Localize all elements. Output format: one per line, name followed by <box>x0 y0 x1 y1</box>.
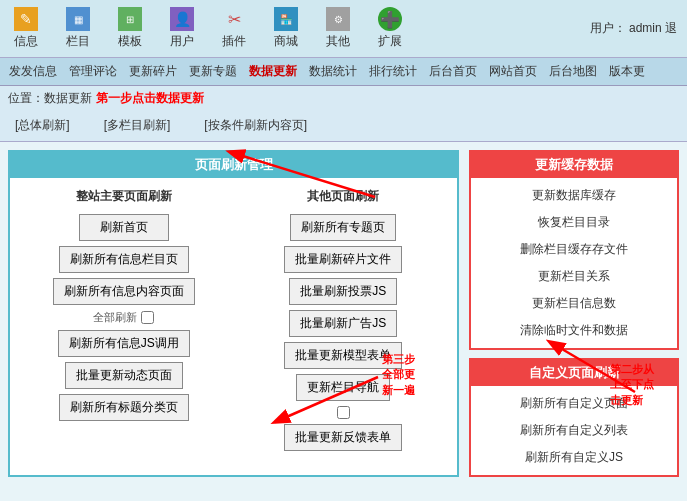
inline-check-nav <box>236 406 452 419</box>
nav-item-2[interactable]: 更新碎片 <box>124 61 182 82</box>
cache-item-0[interactable]: 更新数据库缓存 <box>471 182 677 209</box>
navbar: 发发信息 管理评论 更新碎片 更新专题 数据更新 数据统计 排行统计 后台首页 … <box>0 58 687 86</box>
btn-row-refresh-topics: 刷新所有专题页 <box>236 214 452 241</box>
toolbar-label-plugin: 插件 <box>222 33 246 50</box>
breadcrumb-prefix: 位置：数据更新 <box>8 90 92 107</box>
subnav: [总体刷新] [多栏目刷新] [按条件刷新内容页] <box>0 111 687 142</box>
btn-refresh-home[interactable]: 刷新首页 <box>79 214 169 241</box>
cache-panel-title: 更新缓存数据 <box>471 152 677 178</box>
custom-item-2[interactable]: 刷新所有自定义JS <box>471 444 677 471</box>
btn-row-refresh-info-content: 刷新所有信息内容页面 <box>16 278 232 305</box>
col-left: 整站主要页面刷新 刷新首页 刷新所有信息栏目页 刷新所有信息内容页面 全部刷新 <box>16 184 232 456</box>
cache-item-5[interactable]: 清除临时文件和数据 <box>471 317 677 344</box>
toolbar-label-info: 信息 <box>14 33 38 50</box>
nav-item-3[interactable]: 更新专题 <box>184 61 242 82</box>
btn-refresh-info-content[interactable]: 刷新所有信息内容页面 <box>53 278 195 305</box>
plugin-icon: ✂ <box>220 7 248 31</box>
nav-item-8[interactable]: 网站首页 <box>484 61 542 82</box>
btn-refresh-category[interactable]: 刷新所有标题分类页 <box>59 394 189 421</box>
toolbar-item-extend[interactable]: ➕ 扩展 <box>364 4 416 53</box>
custom-item-1[interactable]: 刷新所有自定义列表 <box>471 417 677 444</box>
cache-panel: 更新缓存数据 更新数据库缓存 恢复栏目目录 删除栏目缓存存文件 更新栏目关系 更… <box>469 150 679 350</box>
btn-row-refresh-ad-js: 批量刷新广告JS <box>236 310 452 337</box>
btn-row-update-nav: 更新栏目导航 <box>236 374 452 401</box>
custom-panel-body: 刷新所有自定义页面 刷新所有自定义列表 刷新所有自定义JS <box>471 386 677 475</box>
subnav-item-0[interactable]: [总体刷新] <box>8 114 77 137</box>
nav-checkbox[interactable] <box>337 406 350 419</box>
other-icon: ⚙ <box>324 7 352 31</box>
toolbar-label-extend: 扩展 <box>378 33 402 50</box>
subnav-item-2[interactable]: [按条件刷新内容页] <box>197 114 314 137</box>
custom-item-0[interactable]: 刷新所有自定义页面 <box>471 390 677 417</box>
user-info: 用户： admin 退 <box>590 4 687 53</box>
cache-panel-body: 更新数据库缓存 恢复栏目目录 删除栏目缓存存文件 更新栏目关系 更新栏目信息数 … <box>471 178 677 348</box>
col-right: 其他页面刷新 刷新所有专题页 批量刷新碎片文件 批量刷新投票JS 批量刷新广告J… <box>236 184 452 456</box>
custom-panel: 自定义页面刷新 刷新所有自定义页面 刷新所有自定义列表 刷新所有自定义JS <box>469 358 679 477</box>
btn-row-refresh-dynamic: 批量更新动态页面 <box>16 362 232 389</box>
btn-row-refresh-category: 刷新所有标题分类页 <box>16 394 232 421</box>
nav-item-7[interactable]: 后台首页 <box>424 61 482 82</box>
left-panel-title: 页面刷新管理 <box>10 152 457 178</box>
toolbar: ✎ 信息 ▦ 栏目 ⊞ 模板 👤 用户 ✂ 插件 🏪 商城 ⚙ 其 <box>0 0 687 58</box>
toolbar-item-column[interactable]: ▦ 栏目 <box>52 4 104 53</box>
btn-row-refresh-js: 刷新所有信息JS调用 <box>16 330 232 357</box>
all-refresh-label: 全部刷新 <box>93 310 137 325</box>
toolbar-item-shop[interactable]: 🏪 商城 <box>260 4 312 53</box>
all-refresh-checkbox[interactable] <box>141 311 154 324</box>
btn-row-refresh-info-col: 刷新所有信息栏目页 <box>16 246 232 273</box>
btn-refresh-ad-js[interactable]: 批量刷新广告JS <box>289 310 397 337</box>
info-icon: ✎ <box>12 7 40 31</box>
nav-item-4[interactable]: 数据更新 <box>244 61 302 82</box>
left-panel: 页面刷新管理 整站主要页面刷新 刷新首页 刷新所有信息栏目页 刷新所有信息内容页… <box>8 150 459 477</box>
btn-refresh-feedback[interactable]: 批量更新反馈表单 <box>284 424 402 451</box>
nav-item-6[interactable]: 排行统计 <box>364 61 422 82</box>
btn-refresh-vote-js[interactable]: 批量刷新投票JS <box>289 278 397 305</box>
subnav-item-1[interactable]: [多栏目刷新] <box>97 114 178 137</box>
breadcrumb-step1: 第一步点击数据更新 <box>96 90 204 107</box>
toolbar-label-shop: 商城 <box>274 33 298 50</box>
btn-refresh-info-col[interactable]: 刷新所有信息栏目页 <box>59 246 189 273</box>
column-icon: ▦ <box>64 7 92 31</box>
toolbar-label-column: 栏目 <box>66 33 90 50</box>
col-left-header: 整站主要页面刷新 <box>16 184 232 209</box>
inline-check-all: 全部刷新 <box>16 310 232 325</box>
user-icon: 👤 <box>168 7 196 31</box>
toolbar-item-plugin[interactable]: ✂ 插件 <box>208 4 260 53</box>
toolbar-item-user[interactable]: 👤 用户 <box>156 4 208 53</box>
col-right-header: 其他页面刷新 <box>236 184 452 209</box>
breadcrumb: 位置：数据更新 第一步点击数据更新 <box>0 86 687 111</box>
btn-refresh-model-form[interactable]: 批量更新模型表单 <box>284 342 402 369</box>
cache-item-1[interactable]: 恢复栏目目录 <box>471 209 677 236</box>
toolbar-item-info[interactable]: ✎ 信息 <box>0 4 52 53</box>
btn-refresh-js[interactable]: 刷新所有信息JS调用 <box>58 330 190 357</box>
nav-item-5[interactable]: 数据统计 <box>304 61 362 82</box>
shop-icon: 🏪 <box>272 7 300 31</box>
nav-item-9[interactable]: 后台地图 <box>544 61 602 82</box>
nav-item-1[interactable]: 管理评论 <box>64 61 122 82</box>
main-content: 页面刷新管理 整站主要页面刷新 刷新首页 刷新所有信息栏目页 刷新所有信息内容页… <box>0 142 687 485</box>
right-panels: 更新缓存数据 更新数据库缓存 恢复栏目目录 删除栏目缓存存文件 更新栏目关系 更… <box>469 150 679 477</box>
btn-row-refresh-feedback: 批量更新反馈表单 <box>236 424 452 451</box>
btn-row-refresh-home: 刷新首页 <box>16 214 232 241</box>
custom-panel-title: 自定义页面刷新 <box>471 360 677 386</box>
toolbar-item-other[interactable]: ⚙ 其他 <box>312 4 364 53</box>
btn-refresh-dynamic[interactable]: 批量更新动态页面 <box>65 362 183 389</box>
toolbar-label-template: 模板 <box>118 33 142 50</box>
nav-item-10[interactable]: 版本更 <box>604 61 650 82</box>
two-col: 整站主要页面刷新 刷新首页 刷新所有信息栏目页 刷新所有信息内容页面 全部刷新 <box>16 184 451 456</box>
cache-item-4[interactable]: 更新栏目信息数 <box>471 290 677 317</box>
extend-icon: ➕ <box>376 7 404 31</box>
toolbar-label-other: 其他 <box>326 33 350 50</box>
toolbar-label-user: 用户 <box>170 33 194 50</box>
cache-item-3[interactable]: 更新栏目关系 <box>471 263 677 290</box>
toolbar-item-template[interactable]: ⊞ 模板 <box>104 4 156 53</box>
left-panel-body: 整站主要页面刷新 刷新首页 刷新所有信息栏目页 刷新所有信息内容页面 全部刷新 <box>10 178 457 462</box>
btn-row-refresh-model-form: 批量更新模型表单 <box>236 342 452 369</box>
btn-row-refresh-fragments: 批量刷新碎片文件 <box>236 246 452 273</box>
btn-row-refresh-vote-js: 批量刷新投票JS <box>236 278 452 305</box>
btn-refresh-topics[interactable]: 刷新所有专题页 <box>290 214 396 241</box>
btn-refresh-fragments[interactable]: 批量刷新碎片文件 <box>284 246 402 273</box>
btn-update-nav[interactable]: 更新栏目导航 <box>296 374 390 401</box>
nav-item-0[interactable]: 发发信息 <box>4 61 62 82</box>
cache-item-2[interactable]: 删除栏目缓存存文件 <box>471 236 677 263</box>
